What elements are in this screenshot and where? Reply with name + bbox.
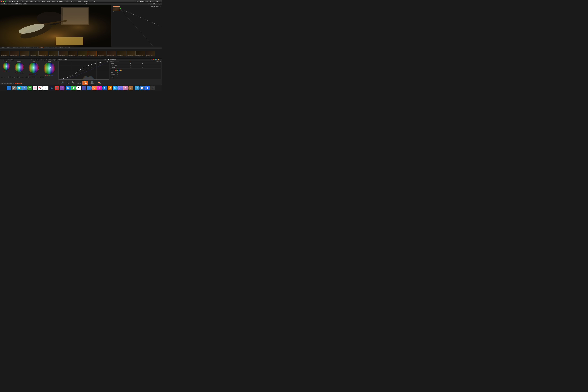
menu-fusion[interactable]: Fusion bbox=[64, 0, 70, 2]
menu-clip[interactable]: Clip bbox=[42, 0, 45, 2]
tab-fusion[interactable]: ◈ Fusion bbox=[76, 81, 82, 85]
luts-btn[interactable]: LUTs bbox=[8, 3, 13, 5]
dock-cleanmymac[interactable]: ⟲ bbox=[135, 86, 140, 90]
contrast-value[interactable]: 1.000 bbox=[36, 59, 40, 61]
shadows-value[interactable]: 0.00 bbox=[8, 76, 11, 78]
clip-thumb-15[interactable]: Blackmagic RAW bbox=[136, 51, 145, 56]
clip-thumb-14[interactable]: Blackmagic RAW bbox=[126, 51, 136, 56]
kf-blue-btn[interactable] bbox=[156, 59, 157, 60]
dock-appletv[interactable]: 📺 bbox=[49, 86, 54, 90]
pivot-value[interactable]: 0.435 bbox=[44, 59, 48, 61]
dock-figma[interactable]: 🎨 bbox=[92, 86, 97, 90]
clip-thumb-2[interactable]: Blackmagic RAW bbox=[10, 51, 19, 56]
dock-istat[interactable]: 📊 bbox=[140, 86, 145, 90]
dock-1password[interactable]: 1 bbox=[145, 86, 150, 90]
dock-safari[interactable]: 🧭 bbox=[17, 86, 22, 90]
curves-tool-2[interactable]: ◯ bbox=[105, 59, 106, 60]
dock-launchpad[interactable]: 🚀 bbox=[12, 86, 16, 90]
clip-thumb-10-active[interactable]: Blackmagic RAW bbox=[88, 51, 97, 56]
nodes-btn[interactable]: Nodes bbox=[156, 0, 161, 2]
dock-photos[interactable]: 🌸 bbox=[33, 86, 38, 90]
curves-canvas[interactable] bbox=[58, 61, 109, 80]
dock-maps[interactable]: 🗺 bbox=[28, 86, 32, 90]
menu-view[interactable]: View bbox=[52, 0, 56, 2]
clip-thumb-11[interactable]: Blackmagic RAW bbox=[97, 51, 106, 56]
menu-app-title[interactable]: DaVinci Resolve bbox=[8, 0, 19, 2]
sc-yellow[interactable] bbox=[120, 70, 122, 71]
saturation-value[interactable]: 50.00 bbox=[25, 76, 28, 78]
tab-cut[interactable]: ✂ Cut bbox=[66, 81, 70, 85]
dock-bridge[interactable]: Br bbox=[102, 86, 107, 90]
dock-appstore[interactable]: 🅰 bbox=[66, 86, 71, 90]
media-pool-btn[interactable]: Media Pool bbox=[14, 3, 22, 5]
dock-xd[interactable]: Xd bbox=[97, 86, 102, 90]
kf-master-bar[interactable] bbox=[119, 62, 161, 64]
dock-mail[interactable]: ✉ bbox=[22, 86, 27, 90]
quick-export-btn[interactable]: Quick Export bbox=[140, 0, 148, 2]
lum-mix-value[interactable]: 100.00 bbox=[40, 76, 44, 78]
tint-value[interactable]: 0.00 bbox=[10, 59, 14, 61]
kf-green-btn[interactable] bbox=[154, 59, 156, 60]
minimize-button[interactable] bbox=[3, 0, 4, 2]
dock-notion[interactable]: N bbox=[76, 86, 81, 90]
timeline-btn[interactable]: Timeline bbox=[149, 0, 155, 2]
clip-thumb-3[interactable]: Blackmagic RAW bbox=[20, 51, 29, 56]
menu-color[interactable]: Color bbox=[71, 0, 75, 2]
dock-downie[interactable]: ⬇ bbox=[82, 86, 86, 90]
offset-wheel[interactable] bbox=[44, 62, 55, 74]
dock-trash[interactable]: 🗑 bbox=[150, 86, 155, 90]
dock-podcasts[interactable]: 🎙 bbox=[60, 86, 64, 90]
clip-thumb-8[interactable]: Blackmagic RAW bbox=[68, 51, 77, 56]
dock-ai[interactable]: Ai bbox=[108, 86, 112, 90]
clip-thumb-4[interactable]: Blackmagic RAW bbox=[29, 51, 38, 56]
gallery-btn[interactable]: Gallery bbox=[1, 3, 7, 5]
highlights-value[interactable]: 0.00 bbox=[17, 76, 20, 78]
sc-red[interactable] bbox=[115, 70, 116, 71]
clip-thumb-6[interactable]: Blackmagic RAW bbox=[49, 51, 58, 56]
menu-playback[interactable]: Playback bbox=[57, 0, 63, 2]
clip-thumb-7[interactable]: Blackmagic RAW bbox=[58, 51, 68, 56]
clip-thumb-12[interactable]: Blackmagic RAW bbox=[107, 51, 116, 56]
menu-mark[interactable]: Mark bbox=[46, 0, 50, 2]
kf-corrector1-bar[interactable] bbox=[119, 64, 161, 66]
tab-fairlight[interactable]: 🎵 Fairlight bbox=[88, 81, 96, 85]
hue-value[interactable]: 50.00 bbox=[32, 76, 35, 78]
dock-reminders[interactable]: 📋 bbox=[43, 86, 48, 90]
node-thumbnail[interactable] bbox=[113, 6, 120, 11]
menu-edit[interactable]: Edit bbox=[25, 0, 28, 2]
curves-tool-3[interactable]: ◇ bbox=[107, 59, 108, 60]
clip-thumb-16[interactable]: Blackmagic RAW bbox=[146, 51, 155, 56]
dock-ae[interactable]: Ae bbox=[118, 86, 123, 90]
kf-all-label[interactable]: All bbox=[160, 59, 161, 60]
mid-detail-value[interactable]: 0.0 bbox=[54, 59, 57, 61]
curves-tool-1[interactable]: ✏ bbox=[104, 59, 105, 60]
menu-help[interactable]: Help bbox=[92, 0, 96, 2]
dock-me[interactable]: Me bbox=[123, 86, 128, 90]
clip-thumb-9[interactable]: Blackmagic RAW bbox=[78, 51, 87, 56]
close-button[interactable] bbox=[1, 0, 2, 2]
gamma-wheel[interactable] bbox=[14, 62, 24, 72]
dock-finder[interactable]: 🔵 bbox=[7, 86, 11, 90]
kf-yellow-btn[interactable] bbox=[158, 59, 159, 60]
gain-wheel[interactable] bbox=[28, 62, 39, 73]
edit-btn[interactable]: Edit bbox=[150, 59, 152, 60]
fullscreen-button[interactable] bbox=[5, 0, 6, 2]
menu-workspace[interactable]: Workspace bbox=[83, 0, 91, 2]
lift-wheel[interactable] bbox=[2, 62, 10, 70]
tab-deliver[interactable]: 📤 Deliver bbox=[96, 81, 102, 85]
kf-red-btn[interactable] bbox=[153, 59, 154, 60]
tab-media[interactable]: 📷 Media bbox=[60, 81, 66, 85]
sc-blue[interactable] bbox=[119, 70, 120, 71]
menu-timeline[interactable]: Timeline bbox=[35, 0, 40, 2]
dock-calendar[interactable]: 📅 bbox=[38, 86, 42, 90]
dock-davinci[interactable]: DV bbox=[128, 86, 133, 90]
menu-file[interactable]: File bbox=[20, 0, 24, 2]
dock-ps[interactable]: Ps bbox=[113, 86, 118, 90]
curves-tool-4[interactable]: ⬜ bbox=[108, 59, 109, 60]
clip-thumb-1[interactable]: Blackmagic RAW bbox=[0, 51, 10, 56]
kf-sizing-bar[interactable] bbox=[119, 66, 161, 68]
menu-trim[interactable]: Trim bbox=[30, 0, 33, 2]
dock-messages[interactable]: 💬 bbox=[71, 86, 76, 90]
temp-value[interactable]: 0.0 bbox=[4, 59, 7, 61]
menu-fairlight[interactable]: Fairlight bbox=[76, 0, 82, 2]
